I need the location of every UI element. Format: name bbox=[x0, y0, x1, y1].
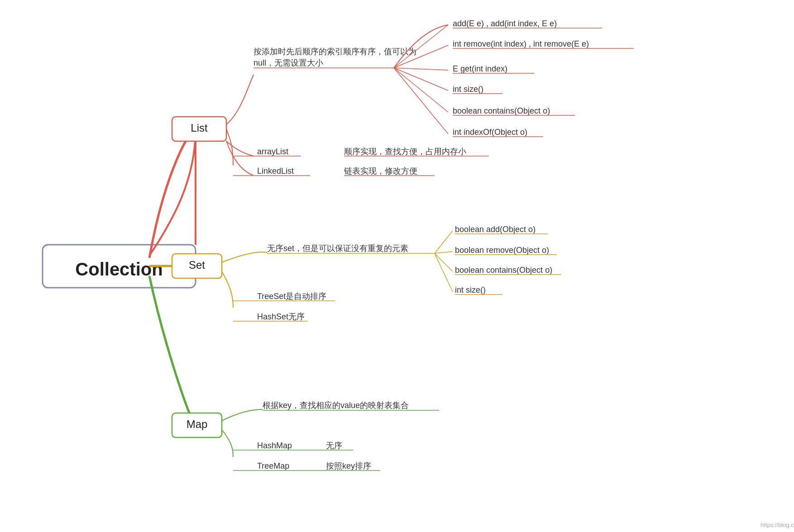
set-method-3: boolean contains(Object o) bbox=[455, 266, 552, 275]
list-method-3: E get(int index) bbox=[453, 64, 507, 73]
set-label: Set bbox=[189, 259, 205, 271]
map-impl-hashmap: HashMap bbox=[257, 441, 292, 450]
list-impl-arraylist: arrayList bbox=[257, 147, 288, 156]
map-impl-hashmap-desc: 无序 bbox=[326, 441, 342, 450]
set-description: 无序set，但是可以保证没有重复的元素 bbox=[267, 244, 408, 253]
set-method-2: boolean remove(Object o) bbox=[455, 246, 549, 255]
set-method-4: int size() bbox=[455, 285, 486, 294]
map-description: 根据key，查找相应的value的映射表集合 bbox=[263, 401, 409, 410]
list-method-2: int remove(int index) , int remove(E e) bbox=[453, 39, 589, 48]
watermark: https://blog.csdn.net/... bbox=[761, 522, 794, 528]
set-method-1: boolean add(Object o) bbox=[455, 225, 536, 234]
set-impl-hashset: HashSet无序 bbox=[257, 312, 305, 321]
list-impl-linkedlist-desc: 链表实现，修改方便 bbox=[344, 166, 417, 176]
map-label: Map bbox=[187, 418, 208, 430]
list-method-1: add(E e) , add(int index, E e) bbox=[453, 19, 557, 28]
list-impl-linkedlist: LinkedList bbox=[257, 166, 294, 176]
list-description: 按添加时先后顺序的索引顺序有序，值可以为 bbox=[254, 47, 416, 56]
list-method-5: boolean contains(Object o) bbox=[453, 106, 550, 115]
set-impl-treeset: TreeSet是自动排序 bbox=[257, 292, 326, 301]
map-impl-treemap: TreeMap bbox=[257, 461, 289, 470]
map-impl-treemap-desc: 按照key排序 bbox=[326, 461, 371, 470]
list-method-6: int indexOf(Object o) bbox=[453, 128, 527, 137]
list-description2: null，无需设置大小 bbox=[254, 58, 323, 67]
list-label: List bbox=[191, 122, 208, 134]
list-method-4: int size() bbox=[453, 85, 483, 94]
list-impl-arraylist-desc: 顺序实现，查找方便，占用内存小 bbox=[344, 147, 466, 156]
